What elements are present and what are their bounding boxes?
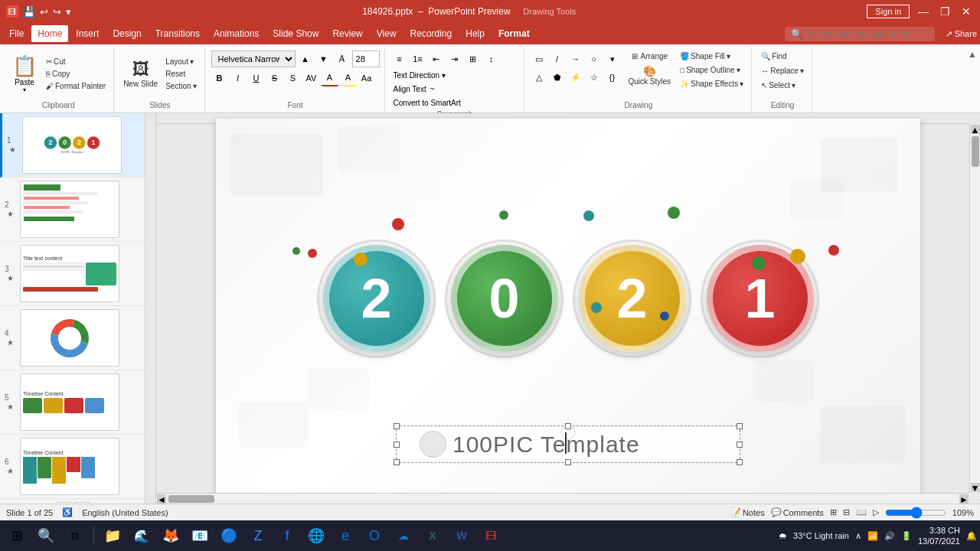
slide-thumb-2[interactable]: 2 ★ [0, 178, 145, 242]
handle-ml[interactable] [394, 442, 400, 448]
slides-scroll-down[interactable]: ▼ [74, 502, 90, 504]
font-size-decrease[interactable]: ▼ [315, 51, 332, 67]
menu-home[interactable]: Home [31, 25, 68, 42]
underline-button[interactable]: U [248, 70, 265, 86]
h-scroll-track[interactable] [167, 494, 959, 504]
italic-button[interactable]: I [230, 70, 247, 86]
scroll-thumb[interactable] [972, 136, 979, 167]
view-normal[interactable]: ⊞ [830, 507, 837, 517]
network-icon[interactable]: 📶 [867, 531, 878, 541]
bullets-button[interactable]: ≡ [391, 51, 408, 67]
layout-button[interactable]: Layout ▾ [162, 56, 199, 67]
decrease-indent[interactable]: ⇤ [428, 51, 445, 67]
slides-scroll-up[interactable]: ▲ [56, 502, 71, 504]
ribbon-collapse-btn[interactable]: ▲ [968, 49, 977, 60]
quick-access-save[interactable]: 💾 [23, 6, 35, 18]
scroll-down-btn[interactable]: ▼ [971, 483, 980, 492]
new-slide-button[interactable]: 🖼 New Slide [120, 51, 161, 96]
arrange-button[interactable]: ⊞ Arrange [626, 51, 675, 62]
handle-tl[interactable] [394, 423, 400, 429]
handle-mr[interactable] [737, 442, 743, 448]
font-size-increase[interactable]: ▲ [297, 51, 314, 67]
comments-button[interactable]: 💬 Comments [771, 507, 824, 517]
shape-fill-button[interactable]: 🪣 Shape Fill ▾ [677, 51, 746, 62]
find-button[interactable]: 🔍 Find [758, 51, 807, 62]
line-spacing[interactable]: ↕ [483, 51, 500, 67]
notifications-icon[interactable]: 🔔 [966, 531, 977, 541]
shape2[interactable]: △ [531, 69, 547, 86]
format-painter-button[interactable]: 🖌 Format Painter [43, 80, 109, 92]
battery-icon[interactable]: 🔋 [901, 531, 912, 541]
paste-button[interactable]: 📋 Paste ▾ [8, 52, 41, 95]
win-minimize[interactable]: — [916, 6, 931, 17]
handle-br[interactable] [737, 459, 743, 465]
handle-tm[interactable] [565, 423, 571, 429]
edge-app[interactable]: e [332, 522, 359, 549]
menu-insert[interactable]: Insert [70, 25, 105, 42]
rect-shape[interactable]: ▭ [531, 51, 547, 67]
text-direction-button[interactable]: Text Direction ▾ [391, 70, 448, 81]
scroll-left-btn[interactable]: ◄ [157, 494, 166, 504]
notes-button[interactable]: 📝 Notes [730, 507, 765, 517]
menu-transitions[interactable]: Transitions [149, 25, 206, 42]
section-button[interactable]: Section ▾ [162, 80, 199, 92]
font-color-btn[interactable]: A [322, 70, 338, 86]
replace-button[interactable]: ↔ Replace ▾ [758, 65, 807, 77]
menu-review[interactable]: Review [326, 25, 368, 42]
win-close[interactable]: ✕ [959, 6, 974, 17]
menu-animations[interactable]: Animations [207, 25, 265, 42]
firefox[interactable]: 🦊 [157, 522, 185, 549]
teams[interactable]: 🔵 [215, 522, 243, 549]
menu-help[interactable]: Help [459, 25, 491, 42]
accessibility-icon[interactable]: ♿ [62, 507, 73, 517]
scroll-track[interactable] [970, 135, 980, 482]
shapes-more[interactable]: ▾ [604, 51, 621, 67]
menu-recording[interactable]: Recording [404, 25, 459, 42]
quick-access-redo[interactable]: ↪ [53, 6, 61, 18]
text-box-content[interactable]: 100PIC Template [452, 432, 640, 458]
shape3[interactable]: ⬟ [549, 69, 566, 86]
outlook2[interactable]: O [361, 522, 388, 549]
view-reading[interactable]: 📖 [856, 507, 867, 517]
share-button[interactable]: ↗ Share [946, 29, 977, 39]
shape-outline-button[interactable]: □ Shape Outline ▾ [677, 64, 746, 76]
quick-access-more[interactable]: ▾ [66, 6, 71, 18]
slide-thumb-1[interactable]: 1 ★ 2 0 2 1 100PIC Template [0, 113, 145, 178]
tray-up-arrow[interactable]: ∧ [855, 531, 861, 541]
clear-formatting-button[interactable]: Ａ [334, 51, 351, 67]
search-button[interactable]: 🔍 [32, 522, 60, 549]
menu-view[interactable]: View [371, 25, 403, 42]
columns-button[interactable]: ⊞ [465, 51, 482, 67]
paste-arrow[interactable]: ▾ [23, 86, 26, 93]
scroll-up-btn[interactable]: ▲ [971, 125, 980, 134]
char-spacing[interactable]: Aa [358, 70, 375, 86]
shape-effects-button[interactable]: ✨ Shape Effects ▾ [677, 78, 746, 90]
chrome-browser[interactable]: 🌐 [302, 522, 330, 549]
select-button[interactable]: ↖ Select ▾ [758, 80, 807, 91]
handle-bm[interactable] [565, 459, 571, 465]
align-text-button[interactable]: Align Text [391, 83, 429, 95]
powerpoint-app[interactable]: 🎞 [477, 522, 505, 549]
quick-styles-button[interactable]: 🎨 Quick Styles [626, 64, 675, 87]
handle-tr[interactable] [737, 423, 743, 429]
zoom-slider[interactable] [885, 507, 946, 518]
shape4[interactable]: ⚡ [567, 69, 584, 86]
win-maximize[interactable]: ❐ [937, 6, 952, 17]
shape6[interactable]: {} [604, 69, 621, 86]
task-view[interactable]: ⧉ [61, 522, 89, 549]
convert-smartart-button[interactable]: Convert to SmartArt [391, 97, 463, 109]
shape5[interactable]: ☆ [586, 69, 603, 86]
h-scrollbar[interactable]: ◄ ► [156, 493, 969, 504]
slide-thumb-3[interactable]: 3 ★ Title text content [0, 242, 145, 306]
start-button[interactable]: ⊞ [3, 522, 31, 549]
scroll-right-btn[interactable]: ► [959, 494, 969, 504]
spacing-button[interactable]: AV [303, 70, 320, 86]
handle-bl[interactable] [394, 459, 400, 465]
zoom-app[interactable]: Z [244, 522, 272, 549]
menu-format[interactable]: Format [492, 25, 536, 42]
file-explorer[interactable]: 📁 [99, 522, 126, 549]
cut-button[interactable]: ✂ Cut [43, 56, 109, 67]
slide-thumb-4[interactable]: 4 ★ [0, 306, 145, 370]
copy-button[interactable]: ⎘ Copy [43, 68, 109, 80]
excel[interactable]: X [419, 522, 446, 549]
